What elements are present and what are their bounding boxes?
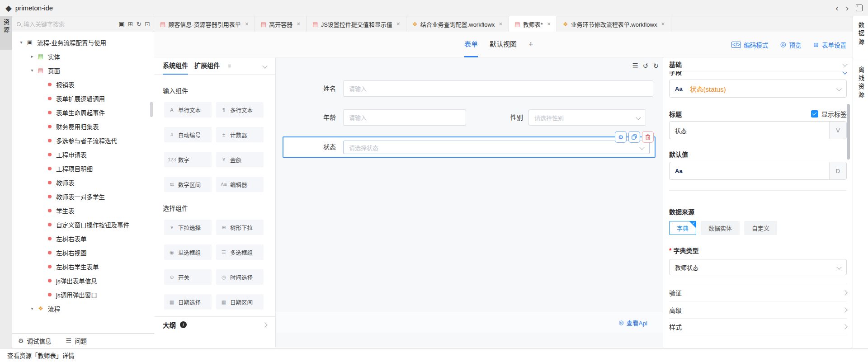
palette-item[interactable]: ▦日期选择	[164, 294, 212, 310]
tree-item[interactable]: 左树右视图	[12, 245, 154, 259]
selected-status-field[interactable]: 状态 请选择状态 ⚙	[283, 136, 656, 158]
activity-tab-resources[interactable]: 资源	[0, 16, 12, 50]
form-settings-button[interactable]: ⊞ 表单设置	[813, 40, 846, 49]
palette-item[interactable]: ◷时间选择	[216, 269, 264, 285]
form-canvas[interactable]: ☰ ↺ ↻ 姓名 年龄 性别 请选择性别 状态 请选择状态 ⚙	[276, 57, 663, 348]
outline-tree-icon[interactable]: ☰	[632, 62, 638, 70]
tree-expand-icon[interactable]: ▾	[29, 68, 35, 73]
close-icon[interactable]: ×	[396, 20, 400, 28]
properties-scrollbar[interactable]	[847, 104, 850, 160]
tree-item[interactable]: 教师表	[12, 175, 154, 189]
palette-item[interactable]: ☰多选框组	[216, 244, 264, 260]
palette-item[interactable]: ±计数器	[216, 127, 264, 142]
tree-scrollbar[interactable]	[150, 102, 153, 117]
palette-item[interactable]: A单行文本	[164, 102, 212, 118]
palette-item[interactable]: ⇆数字区间	[164, 177, 212, 192]
editor-tab-3[interactable]: ❖结合业务查询配置.workflowx×	[406, 16, 509, 32]
tree-item[interactable]: 报销表	[12, 77, 154, 91]
palette-item[interactable]: 123数字	[164, 152, 212, 167]
preview-button[interactable]: ◎ 预览	[780, 40, 801, 49]
tree-item[interactable]: js弹出表单信息	[12, 273, 154, 287]
tree-item[interactable]: 工程申请表	[12, 147, 154, 161]
tree-expand-icon[interactable]: ▾	[18, 40, 24, 45]
offline-resources-side-tab[interactable]: 离线资源	[853, 66, 868, 100]
palette-item[interactable]: ▦日期区间	[216, 294, 264, 310]
title-value-mode-button[interactable]: V	[829, 122, 846, 139]
tree-collapse-icon[interactable]: ▸	[29, 54, 35, 59]
datasource-option-1[interactable]: 数据实体	[701, 221, 740, 235]
collapse-palette-icon[interactable]	[262, 63, 267, 68]
close-icon[interactable]: ×	[499, 20, 502, 28]
tab-extended-components[interactable]: 扩展组件	[194, 57, 220, 75]
close-icon[interactable]: ×	[661, 20, 665, 28]
tree-item[interactable]: 学生表	[12, 203, 154, 217]
outline-bar[interactable]: 大纲 i	[154, 316, 275, 333]
tree-item[interactable]: ▾❖流程	[12, 301, 154, 315]
basic-section-header[interactable]: 基础	[669, 57, 847, 71]
close-icon[interactable]: ×	[547, 20, 551, 28]
add-view-button[interactable]: +	[528, 40, 533, 49]
tree-item[interactable]: ▾▣流程-业务流程配置与使用	[12, 35, 154, 49]
copy-field-button[interactable]	[628, 131, 640, 143]
form-row-name[interactable]: 姓名	[276, 80, 663, 97]
datasource-option-0[interactable]: 字典✓	[669, 221, 696, 235]
tree-item[interactable]: 工程项目明细	[12, 161, 154, 175]
palette-item[interactable]: ⊞树形下拉	[216, 220, 264, 235]
editor-tab-5[interactable]: ❖业务环节修改流程表单.workflowx×	[557, 16, 671, 32]
close-icon[interactable]: ×	[297, 20, 300, 28]
palette-item[interactable]: ¥金额	[216, 152, 264, 167]
add-folder-icon[interactable]: ⊞	[128, 20, 133, 28]
forward-icon[interactable]: ›	[846, 5, 849, 12]
editor-tab-4[interactable]: ▤教师表*×	[509, 16, 557, 32]
debug-info-button[interactable]: ⚙ 调试信息	[18, 336, 52, 345]
problems-button[interactable]: ☰ 问题	[66, 336, 87, 345]
tree-item[interactable]: js调用弹出窗口	[12, 287, 154, 301]
refresh-icon[interactable]: ↻	[137, 20, 142, 28]
gender-select[interactable]: 请选择性别	[528, 109, 646, 126]
palette-item[interactable]: #自动编号	[164, 127, 212, 142]
bound-field-select[interactable]: Aa 状态(status)	[669, 80, 847, 98]
palette-item[interactable]: ⊙开关	[164, 269, 212, 285]
view-api-link[interactable]: ◎ 查看Api	[618, 318, 647, 327]
collapse-all-icon[interactable]: ⊡	[145, 20, 150, 28]
dict-type-select[interactable]: 教师状态	[669, 259, 847, 275]
tree-item[interactable]: 表单生命周起事件	[12, 105, 154, 119]
field-settings-button[interactable]: ⚙	[615, 131, 627, 143]
editor-tab-0[interactable]: ▤顾客信息-资源容器引用表单×	[154, 16, 255, 32]
palette-item[interactable]: ¶多行文本	[216, 102, 264, 118]
checkbox-checked-icon[interactable]	[811, 110, 818, 118]
close-icon[interactable]: ×	[245, 20, 249, 28]
section-0[interactable]: 验证	[669, 284, 847, 301]
default-value-mode-button[interactable]: D	[829, 162, 846, 179]
datasource-side-tab[interactable]: 数据源	[853, 22, 868, 47]
name-input[interactable]	[343, 80, 653, 97]
editor-tab-1[interactable]: ▤高开容器×	[255, 16, 307, 32]
undo-icon[interactable]: ↺	[643, 62, 649, 70]
delete-field-button[interactable]	[642, 131, 654, 143]
section-1[interactable]: 高级	[669, 301, 847, 318]
palette-item[interactable]: ▾下拉选择	[164, 220, 212, 235]
tree-item[interactable]: ▾▤页面	[12, 63, 154, 77]
datasource-option-2[interactable]: 自定义	[744, 221, 777, 235]
tree-item[interactable]: 教师表一对多学生	[12, 189, 154, 203]
tree-item[interactable]: 表单扩展逻辑调用	[12, 91, 154, 105]
editor-tab-2[interactable]: ▤JS设置控件提交值和显示值×	[307, 16, 406, 32]
palette-menu-icon[interactable]: ≡	[228, 63, 231, 69]
code-mode-button[interactable]: </> 编码模式	[731, 40, 768, 49]
status-select[interactable]: 请选择状态	[343, 141, 650, 154]
tree-item[interactable]: ▸▤实体	[12, 49, 154, 63]
expand-outline-icon[interactable]	[262, 322, 267, 327]
form-row-age-gender[interactable]: 年龄 性别 请选择性别	[276, 109, 663, 126]
tree-item[interactable]: 多选参与者子流程迭代	[12, 133, 154, 147]
default-value-input[interactable]	[683, 162, 829, 179]
tab-system-components[interactable]: 系统组件	[163, 57, 188, 75]
search-input[interactable]	[24, 21, 116, 28]
tree-expand-icon[interactable]: ▾	[29, 306, 35, 311]
tree-item[interactable]: 财务费用归集表	[12, 119, 154, 133]
tree-item[interactable]: 自定义窗口操作按钮及事件	[12, 217, 154, 231]
save-icon[interactable]	[856, 5, 863, 11]
palette-item[interactable]: ◉单选框组	[164, 244, 212, 260]
tab-form[interactable]: 表单	[464, 32, 478, 57]
title-input[interactable]	[670, 122, 829, 139]
palette-item[interactable]: A≡编辑器	[216, 177, 264, 192]
